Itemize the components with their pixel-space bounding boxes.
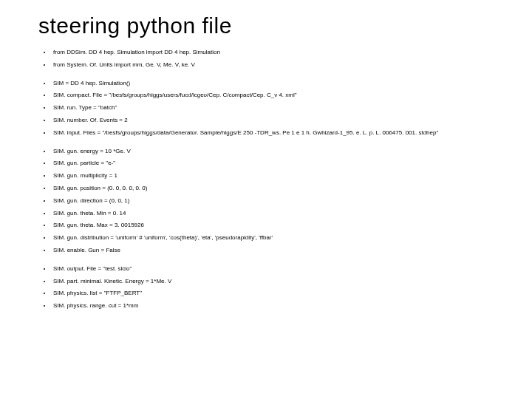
code-block-1: SIM = DD 4 hep. Simulation() SIM. compac… [38,80,511,137]
code-block-0: from DDSim. DD 4 hep. Simulation import … [38,49,511,69]
code-line: SIM. gun. position = (0. 0, 0. 0, 0. 0) [52,185,511,193]
code-line: SIM. compact. File = "/besfs/groups/higg… [52,92,511,100]
code-line: from System. Of. Units import mm, Ge. V,… [52,61,511,69]
code-line: SIM. output. File = "test. slcio" [52,265,511,273]
code-block-2: SIM. gun. energy = 10 *Ge. V SIM. gun. p… [38,148,511,255]
code-line: SIM. number. Of. Events = 2 [52,117,511,125]
code-line: SIM. physics. range. cut = 1*mm [52,302,511,310]
code-block-3: SIM. output. File = "test. slcio" SIM. p… [38,265,511,310]
code-line: from DDSim. DD 4 hep. Simulation import … [52,49,511,57]
code-line: SIM. gun. theta. Max = 3. 0015926 [52,222,511,230]
code-line: SIM. run. Type = "batch" [52,104,511,112]
code-line: SIM. gun. multiplicity = 1 [52,172,511,180]
code-line: SIM. input. Files = "/besfs/groups/higgs… [52,129,511,137]
code-line: SIM. gun. distribution = 'uniform' # 'un… [52,234,511,242]
slide-title: steering python file [38,13,511,38]
code-line: SIM. part. minimal. Kinetic. Energy = 1*… [52,278,511,286]
code-line: SIM. enable. Gun = False [52,247,511,255]
code-line: SIM. gun. theta. Min = 0. 14 [52,210,511,218]
code-line: SIM. physics. list = "FTFP_BERT" [52,290,511,298]
slide: steering python file from DDSim. DD 4 he… [0,0,532,399]
code-line: SIM. gun. particle = "e-" [52,160,511,168]
code-line: SIM. gun. direction = (0, 0, 1) [52,197,511,205]
code-line: SIM. gun. energy = 10 *Ge. V [52,148,511,156]
code-line: SIM = DD 4 hep. Simulation() [52,80,511,88]
